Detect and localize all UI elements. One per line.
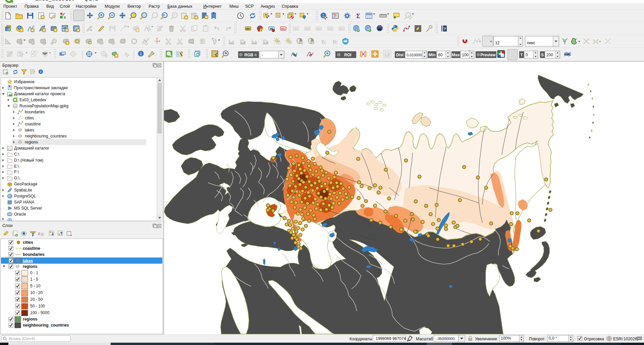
svg-text:Вектор: Вектор <box>127 4 141 9</box>
svg-text:Настройки: Настройки <box>76 4 96 9</box>
svg-text:Слой: Слой <box>60 4 70 9</box>
svg-text:G:\: G:\ <box>14 176 20 180</box>
svg-text:.:35000000: .:35000000 <box>435 337 455 341</box>
svg-text:Вид: Вид <box>46 4 54 9</box>
svg-text:abc: abc <box>305 27 310 30</box>
svg-text:100: 100 <box>462 53 469 57</box>
svg-text:100 - 5000: 100 - 5000 <box>30 310 50 315</box>
svg-text:Max: Max <box>452 53 460 57</box>
svg-text:regions: regions <box>25 140 38 145</box>
svg-text:ROI: ROI <box>344 53 351 57</box>
svg-text:0,010000: 0,010000 <box>407 53 422 57</box>
svg-text:Preview: Preview <box>480 53 496 57</box>
svg-text:Min: Min <box>429 53 436 57</box>
svg-text:abc: abc <box>339 27 344 30</box>
svg-text:Искать (Ctrl+К): Искать (Ctrl+К) <box>9 337 35 341</box>
svg-text:SpatiaLite: SpatiaLite <box>14 188 32 192</box>
svg-text:Модули: Модули <box>105 4 120 9</box>
svg-text:База данных: База данных <box>167 4 193 9</box>
svg-text:Пространственные закладки: Пространственные закладки <box>14 85 68 90</box>
svg-text:Интернет: Интернет <box>203 4 222 9</box>
svg-text:0: 0 <box>526 53 528 57</box>
svg-text:Oracle: Oracle <box>14 212 26 217</box>
svg-text:Поворот: Поворот <box>529 337 545 341</box>
svg-text:200: 200 <box>546 53 553 57</box>
svg-text:Dist: Dist <box>396 53 404 57</box>
svg-text:neighbouring_countries: neighbouring_countries <box>23 323 69 328</box>
svg-text:regions: regions <box>23 317 38 322</box>
svg-text:coastline: coastline <box>25 122 41 126</box>
svg-text:D:\ (Новый том): D:\ (Новый том) <box>14 158 43 163</box>
svg-text:?: ? <box>444 27 446 31</box>
svg-text:Ex03_Lebedev: Ex03_Lebedev <box>19 98 46 102</box>
svg-text:lakes: lakes <box>23 258 33 263</box>
svg-text:Координаты: Координаты <box>350 337 372 341</box>
svg-text:Анализ: Анализ <box>261 4 275 9</box>
svg-text:cities: cities <box>23 240 33 245</box>
svg-text:Растр: Растр <box>149 4 160 9</box>
svg-text:60: 60 <box>438 53 443 57</box>
svg-text:abc: abc <box>246 27 250 30</box>
svg-text:Избранное: Избранное <box>14 79 35 84</box>
svg-text:0 - 1: 0 - 1 <box>30 271 38 275</box>
svg-text:50 - 100: 50 - 100 <box>30 304 45 308</box>
svg-text:20 - 50: 20 - 50 <box>30 297 43 302</box>
svg-text:PostgreSQL: PostgreSQL <box>14 194 36 198</box>
svg-text:Домашний каталог проекта: Домашний каталог проекта <box>14 92 65 96</box>
svg-text:-: - <box>262 53 263 57</box>
svg-text:i: i <box>40 70 41 73</box>
svg-text:100%: 100% <box>501 336 511 341</box>
svg-text:Σ: Σ <box>356 12 360 19</box>
svg-text:Проект: Проект <box>3 4 17 9</box>
svg-text:abc: abc <box>317 27 321 30</box>
svg-text:boundaries: boundaries <box>25 110 45 114</box>
svg-text:SCP: SCP <box>245 4 254 9</box>
svg-text:Отрисовка: Отрисовка <box>584 337 604 341</box>
svg-text:MS SQL Server: MS SQL Server <box>14 206 42 211</box>
svg-text:RussiaPopulationMap.gpkg: RussiaPopulationMap.gpkg <box>19 104 68 108</box>
svg-text:σ: σ <box>309 53 312 57</box>
svg-text:lakes: lakes <box>25 128 34 132</box>
svg-text:1998069 967074: 1998069 967074 <box>376 336 406 341</box>
svg-text:σ: σ <box>294 54 297 57</box>
svg-text:cities: cities <box>25 116 34 120</box>
svg-text:Слои: Слои <box>2 223 12 228</box>
svg-text:KML: KML <box>565 53 571 56</box>
svg-text:GeoPackage: GeoPackage <box>14 182 38 186</box>
svg-text:coastline: coastline <box>23 246 40 251</box>
svg-text:ESRI:102026: ESRI:102026 <box>613 337 637 341</box>
svg-text:boundaries: boundaries <box>23 252 45 257</box>
svg-text:Увеличение: Увеличение <box>475 337 497 341</box>
svg-text:Справка: Справка <box>282 4 298 9</box>
svg-text:regions: regions <box>23 264 38 269</box>
svg-text:E:\: E:\ <box>14 164 19 169</box>
svg-text:Правка: Правка <box>24 4 39 9</box>
svg-text:a: a <box>64 15 66 19</box>
svg-text:neighbouring_countries: neighbouring_countries <box>25 134 67 138</box>
svg-text:abc: abc <box>281 27 285 30</box>
svg-text:ab: ab <box>294 27 298 30</box>
svg-text:1 - 5: 1 - 5 <box>30 277 38 282</box>
svg-text:S: S <box>541 53 544 57</box>
svg-text:пикс: пикс <box>527 41 535 45</box>
svg-text:Меш: Меш <box>229 4 239 9</box>
svg-text:5 - 10: 5 - 10 <box>30 284 41 288</box>
svg-text:ε: ε <box>38 231 40 236</box>
svg-text:Ex03_Lebedev — QGIS: Ex03_Lebedev — QGIS <box>35 0 99 2</box>
svg-text:12: 12 <box>495 41 500 45</box>
svg-text:Домашний каталог: Домашний каталог <box>14 146 50 151</box>
svg-text:F:\: F:\ <box>14 170 19 174</box>
svg-text:ε: ε <box>35 54 37 57</box>
svg-text:0,0 °: 0,0 ° <box>549 336 557 341</box>
svg-text:Масштаб: Масштаб <box>416 337 433 341</box>
svg-text:RGB =: RGB = <box>244 53 257 57</box>
svg-text:abc: abc <box>328 27 332 30</box>
svg-text:SAP HANA: SAP HANA <box>14 200 34 205</box>
svg-text:10 - 20: 10 - 20 <box>30 290 43 295</box>
svg-text:C:\: C:\ <box>14 152 19 157</box>
svg-text:T: T <box>520 53 523 57</box>
svg-text:Браузер: Браузер <box>2 63 18 68</box>
